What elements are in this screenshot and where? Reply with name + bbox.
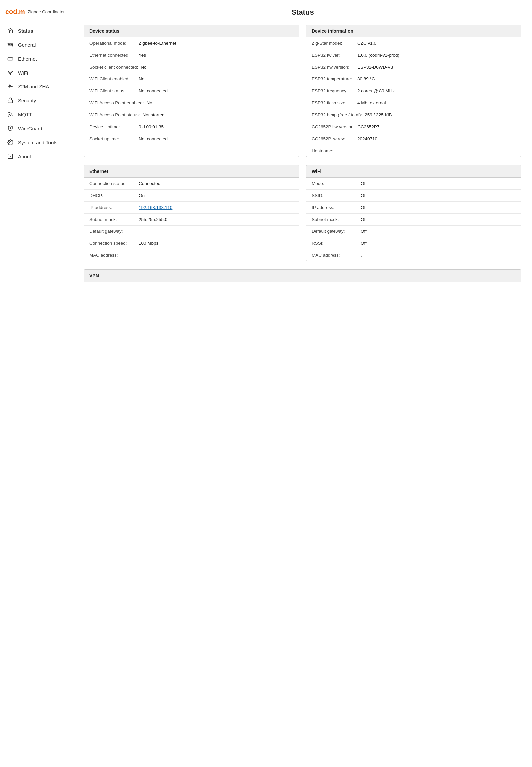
- device-status-card: Device status Operational mode: Zigbee-t…: [84, 25, 299, 157]
- field-value: On: [139, 193, 145, 198]
- top-cards-row: Device status Operational mode: Zigbee-t…: [84, 25, 521, 157]
- svg-rect-0: [8, 43, 9, 44]
- field-label: ESP32 temperature:: [312, 76, 355, 81]
- field-label: MAC address:: [89, 253, 136, 258]
- vpn-card: VPN: [84, 269, 521, 282]
- field-label: CC2652P hw version:: [312, 124, 355, 129]
- field-value: Off: [361, 229, 367, 234]
- field-value: Connected: [139, 181, 160, 186]
- table-row: WiFi Client enabled: No: [84, 73, 299, 85]
- sidebar-item-wireguard[interactable]: WireGuard: [0, 121, 73, 135]
- table-row: WiFi Client status: Not connected: [84, 85, 299, 97]
- field-label: Subnet mask:: [89, 217, 136, 222]
- field-label: Connection status:: [89, 181, 136, 186]
- table-row: WiFi Access Point status: Not started: [84, 109, 299, 121]
- table-row: Mode: Off: [306, 178, 521, 190]
- svg-point-14: [10, 74, 11, 75]
- field-label: Mode:: [312, 181, 358, 186]
- table-row: ESP32 heap (free / total): 259 / 325 KiB: [306, 109, 521, 121]
- device-info-header: Device information: [306, 25, 521, 37]
- field-label: WiFi Client enabled:: [89, 76, 136, 81]
- field-value: 100 Mbps: [139, 241, 158, 246]
- shield-icon: [7, 125, 14, 132]
- wifi-icon: [7, 69, 14, 76]
- rss-icon: [7, 111, 14, 118]
- sidebar-label-z2m: Z2M and ZHA: [18, 84, 49, 89]
- field-label: WiFi Access Point status:: [89, 112, 140, 117]
- field-value: Not started: [143, 112, 165, 117]
- vpn-header: VPN: [84, 270, 521, 282]
- page-title: Status: [84, 8, 521, 17]
- table-row: Subnet mask: Off: [306, 213, 521, 225]
- field-value: No: [141, 64, 146, 69]
- field-value: Yes: [139, 53, 146, 58]
- table-row: Hostname:: [306, 145, 521, 157]
- field-label: CC2652P fw rev:: [312, 136, 355, 141]
- ip-address-value[interactable]: 192.168.138.110: [139, 205, 172, 210]
- field-label: WiFi Access Point enabled:: [89, 100, 144, 105]
- wifi-card: WiFi Mode: Off SSID: Off IP address: Off…: [306, 165, 521, 261]
- field-label: WiFi Client status:: [89, 88, 136, 93]
- field-value: CZC v1.0: [357, 41, 376, 46]
- field-label: Connection speed:: [89, 241, 136, 246]
- ethernet-card: Ethernet Connection status: Connected DH…: [84, 165, 299, 261]
- table-row: Socket uptime: Not connected: [84, 133, 299, 145]
- field-label: Operational mode:: [89, 41, 136, 46]
- sidebar-label-security: Security: [18, 98, 36, 103]
- sidebar-item-system[interactable]: System and Tools: [0, 135, 73, 149]
- field-value: 259 / 325 KiB: [365, 112, 392, 117]
- field-label: Hostname:: [312, 148, 355, 153]
- field-label: Default gateway:: [312, 229, 358, 234]
- field-label: RSSI:: [312, 241, 358, 246]
- table-row: WiFi Access Point enabled: No: [84, 97, 299, 109]
- table-row: Connection status: Connected: [84, 178, 299, 190]
- device-status-body: Operational mode: Zigbee-to-Ethernet Eth…: [84, 37, 299, 145]
- sidebar-item-about[interactable]: About: [0, 149, 73, 163]
- table-row: Zig-Star model: CZC v1.0: [306, 37, 521, 49]
- logo-text: cod.m: [5, 8, 25, 16]
- field-label: Device Uptime:: [89, 124, 136, 129]
- table-row: ESP32 flash size: 4 Mb, external: [306, 97, 521, 109]
- table-row: ESP32 frequency: 2 cores @ 80 MHz: [306, 85, 521, 97]
- svg-point-19: [10, 142, 11, 143]
- ethernet-header: Ethernet: [84, 165, 299, 178]
- table-row: Socket client connected: No: [84, 61, 299, 73]
- field-value: 20240710: [357, 136, 377, 141]
- table-row: RSSI: Off: [306, 237, 521, 249]
- table-row: ESP32 temperature: 30.89 °C: [306, 73, 521, 85]
- sidebar-item-ethernet[interactable]: Ethernet: [0, 52, 73, 65]
- table-row: SSID: Off: [306, 190, 521, 201]
- field-label: ESP32 hw version:: [312, 64, 355, 69]
- sidebar-item-wifi[interactable]: WiFi: [0, 65, 73, 79]
- wifi-body: Mode: Off SSID: Off IP address: Off Subn…: [306, 178, 521, 261]
- sidebar-label-mqtt: MQTT: [18, 112, 32, 117]
- sidebar-item-z2m[interactable]: Z2M and ZHA: [0, 79, 73, 93]
- sliders-icon: [7, 41, 14, 48]
- field-label: Zig-Star model:: [312, 41, 355, 46]
- gear-icon: [7, 139, 14, 146]
- lock-icon: [7, 97, 14, 104]
- table-row: Device Uptime: 0 d 00:01:35: [84, 121, 299, 133]
- field-label: ESP32 fw ver:: [312, 53, 355, 58]
- field-label: ESP32 frequency:: [312, 88, 355, 93]
- main-content: Status Device status Operational mode: Z…: [73, 0, 532, 767]
- field-value: Off: [361, 205, 367, 210]
- pulse-icon: [7, 83, 14, 90]
- sidebar-item-general[interactable]: General: [0, 38, 73, 52]
- field-label: Socket uptime:: [89, 136, 136, 141]
- field-value: 4 Mb, external: [357, 100, 386, 105]
- table-row: MAC address: .: [306, 249, 521, 261]
- table-row: ESP32 hw version: ESP32-D0WD-V3: [306, 61, 521, 73]
- table-row: Connection speed: 100 Mbps: [84, 237, 299, 249]
- field-value: 255.255.255.0: [139, 217, 167, 222]
- sidebar-item-mqtt[interactable]: MQTT: [0, 107, 73, 121]
- table-row: CC2652P hw version: CC2652P7: [306, 121, 521, 133]
- sidebar-item-security[interactable]: Security: [0, 93, 73, 107]
- sidebar-item-status[interactable]: Status: [0, 24, 73, 38]
- field-value: No: [139, 76, 144, 81]
- sidebar: cod.m Zigbee Coordinator Status: [0, 0, 73, 767]
- table-row: IP address: 192.168.138.110: [84, 201, 299, 213]
- sidebar-label-ethernet: Ethernet: [18, 56, 37, 62]
- sidebar-label-general: General: [18, 42, 36, 48]
- field-value: CC2652P7: [357, 124, 379, 129]
